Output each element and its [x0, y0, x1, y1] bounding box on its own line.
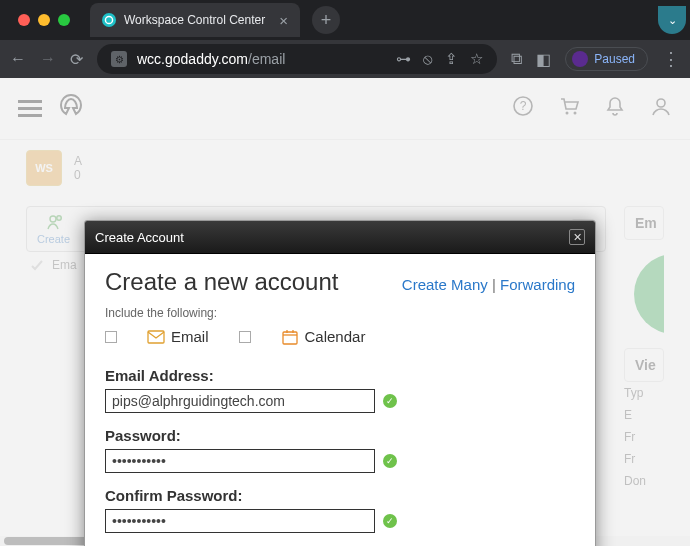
forwarding-link[interactable]: Forwarding [500, 276, 575, 293]
profile-avatar-icon [572, 51, 588, 67]
window-minimize-button[interactable] [38, 14, 50, 26]
modal-header-title: Create Account [95, 230, 184, 245]
menu-button[interactable] [18, 100, 42, 117]
side-panel-heading-2: Vie [624, 348, 664, 382]
new-tab-button[interactable]: + [312, 6, 340, 34]
eye-off-icon[interactable]: ⦸ [423, 50, 433, 68]
summary-line-2: 0 [74, 168, 82, 182]
reload-button[interactable]: ⟳ [70, 50, 83, 69]
godaddy-logo-icon[interactable] [58, 92, 84, 125]
url-domain: wcc.godaddy.com [137, 51, 248, 67]
svg-point-0 [105, 16, 112, 23]
side-panel-icon[interactable]: ◧ [536, 50, 551, 69]
email-option-icon [147, 330, 165, 344]
bookmark-icon[interactable]: ☆ [470, 50, 483, 68]
side-row-1: E [624, 404, 664, 426]
column-email: Ema [52, 258, 77, 275]
include-label: Include the following: [105, 306, 575, 320]
link-separator: | [488, 276, 500, 293]
create-label: Create [37, 233, 70, 245]
bell-icon[interactable] [604, 95, 626, 122]
toolbar-row: ← → ⟳ ⚙ wcc.godaddy.com/email ⊶ ⦸ ⇪ ☆ ⧉ … [0, 40, 690, 78]
account-summary-row: WS A 0 [0, 140, 690, 196]
help-icon[interactable]: ? [512, 95, 534, 122]
tab-close-icon[interactable]: × [279, 13, 288, 28]
tab-bar: Workspace Control Center × + ⌄ [0, 0, 690, 40]
key-icon[interactable]: ⊶ [396, 50, 411, 68]
profile-paused-pill[interactable]: Paused [565, 47, 648, 71]
tab-favicon [102, 13, 116, 27]
confirm-password-label: Confirm Password: [105, 487, 575, 504]
checkbox-header[interactable] [30, 258, 44, 275]
address-bar[interactable]: ⚙ wcc.godaddy.com/email ⊶ ⦸ ⇪ ☆ [97, 44, 497, 74]
usage-chart-icon [634, 254, 664, 334]
calendar-checkbox[interactable] [239, 331, 251, 343]
summary-line-1: A [74, 154, 82, 168]
user-icon[interactable] [650, 95, 672, 122]
create-account-modal: Create Account ✕ Create a new account Cr… [84, 220, 596, 546]
email-option-label: Email [171, 328, 209, 345]
cart-icon[interactable] [558, 95, 580, 122]
modal-close-button[interactable]: ✕ [569, 229, 585, 245]
password-label: Password: [105, 427, 575, 444]
share-icon[interactable]: ⇪ [445, 50, 458, 68]
tab-title: Workspace Control Center [124, 13, 265, 27]
email-address-input[interactable] [105, 389, 375, 413]
window-close-button[interactable] [18, 14, 30, 26]
side-type-label: Typ [624, 382, 664, 404]
app-header: ? [0, 78, 690, 140]
modal-title: Create a new account [105, 268, 338, 296]
calendar-option-label: Calendar [305, 328, 366, 345]
page-content: ? WS A 0 Crea [0, 78, 690, 546]
create-many-link[interactable]: Create Many [402, 276, 488, 293]
password-valid-icon: ✓ [383, 454, 397, 468]
plan-thumbnail: WS [26, 150, 62, 186]
email-valid-icon: ✓ [383, 394, 397, 408]
modal-link-group: Create Many | Forwarding [402, 276, 575, 293]
svg-point-3 [566, 112, 569, 115]
email-checkbox[interactable] [105, 331, 117, 343]
confirm-valid-icon: ✓ [383, 514, 397, 528]
create-user-icon [45, 213, 63, 233]
side-row-2: Fr [624, 426, 664, 448]
modal-header: Create Account ✕ [85, 221, 595, 254]
svg-point-4 [574, 112, 577, 115]
browser-tab[interactable]: Workspace Control Center × [90, 3, 300, 37]
browser-menu-icon[interactable]: ⋮ [662, 48, 680, 70]
url-path: /email [248, 51, 285, 67]
create-button[interactable]: Create [37, 213, 70, 245]
email-address-label: Email Address: [105, 367, 575, 384]
profile-dropdown[interactable]: ⌄ [658, 6, 686, 34]
svg-point-6 [50, 216, 56, 222]
window-maximize-button[interactable] [58, 14, 70, 26]
svg-text:?: ? [520, 99, 527, 113]
svg-rect-10 [148, 331, 164, 343]
site-info-icon[interactable]: ⚙ [111, 51, 127, 67]
svg-point-5 [657, 99, 665, 107]
svg-rect-11 [283, 332, 297, 344]
password-input[interactable] [105, 449, 375, 473]
side-domain-label: Don [624, 470, 664, 492]
confirm-password-input[interactable] [105, 509, 375, 533]
extensions-icon[interactable]: ⧉ [511, 50, 522, 68]
paused-label: Paused [594, 52, 635, 66]
side-row-3: Fr [624, 448, 664, 470]
back-button[interactable]: ← [10, 50, 26, 68]
forward-button[interactable]: → [40, 50, 56, 68]
calendar-option-icon [281, 330, 299, 344]
side-panel-heading-1: Em [624, 206, 664, 240]
